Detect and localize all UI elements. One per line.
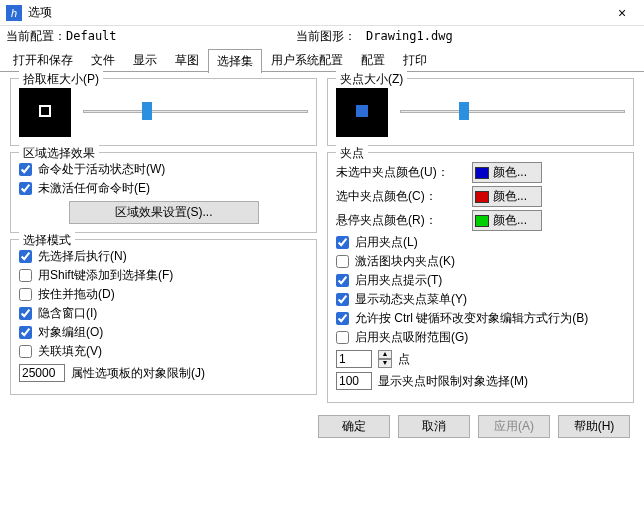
region-check-checkbox-1[interactable] xyxy=(19,182,32,195)
pickbox-preview xyxy=(19,85,71,137)
spin-down-icon[interactable]: ▼ xyxy=(378,359,392,368)
group-title: 夹点 xyxy=(336,145,368,162)
grip-check-label-2: 启用夹点提示(T) xyxy=(355,272,442,289)
region-settings-button[interactable]: 区域效果设置(S)... xyxy=(69,201,259,224)
grip-color-button-0[interactable]: 颜色... xyxy=(472,162,542,183)
group-title: 区域选择效果 xyxy=(19,145,99,162)
region-check-row-0[interactable]: 命令处于活动状态时(W) xyxy=(19,161,308,178)
grip-check-checkbox-0[interactable] xyxy=(336,236,349,249)
tab-4[interactable]: 选择集 xyxy=(208,49,262,73)
mode-check-label-4: 对象编组(O) xyxy=(38,324,103,341)
grip-size-slider[interactable] xyxy=(400,101,625,121)
pickbox-size-slider[interactable] xyxy=(83,101,308,121)
ok-button[interactable]: 确定 xyxy=(318,415,390,438)
grip-color-button-2[interactable]: 颜色... xyxy=(472,210,542,231)
group-grip-size: 夹点大小(Z) xyxy=(327,78,634,146)
mode-check-label-2: 按住并拖动(D) xyxy=(38,286,115,303)
mode-check-row-4[interactable]: 对象编组(O) xyxy=(19,324,308,341)
mode-check-row-5[interactable]: 关联填充(V) xyxy=(19,343,308,360)
cancel-button[interactable]: 取消 xyxy=(398,415,470,438)
grip-check-checkbox-2[interactable] xyxy=(336,274,349,287)
group-region-select: 区域选择效果 命令处于活动状态时(W)未激活任何命令时(E) 区域效果设置(S)… xyxy=(10,152,317,233)
dialog-footer: 确定 取消 应用(A) 帮助(H) xyxy=(0,407,644,448)
grip-point-label: 点 xyxy=(398,351,410,368)
mode-check-checkbox-3[interactable] xyxy=(19,307,32,320)
group-select-mode: 选择模式 先选择后执行(N)用Shift键添加到选择集(F)按住并拖动(D)隐含… xyxy=(10,239,317,395)
grip-check-checkbox-5[interactable] xyxy=(336,331,349,344)
object-limit-input[interactable] xyxy=(19,364,65,382)
grip-square-icon xyxy=(356,105,368,117)
grip-limit-label: 显示夹点时限制对象选择(M) xyxy=(378,373,528,390)
group-title: 拾取框大小(P) xyxy=(19,71,103,88)
window-title: 选项 xyxy=(28,4,52,21)
tab-0[interactable]: 打开和保存 xyxy=(4,48,82,72)
tab-7[interactable]: 打印 xyxy=(394,48,436,72)
mode-check-row-0[interactable]: 先选择后执行(N) xyxy=(19,248,308,265)
help-button[interactable]: 帮助(H) xyxy=(558,415,630,438)
current-config-label: 当前配置： xyxy=(6,28,66,45)
grip-check-checkbox-3[interactable] xyxy=(336,293,349,306)
grip-check-row-1[interactable]: 激活图块内夹点(K) xyxy=(336,253,625,270)
mode-check-checkbox-1[interactable] xyxy=(19,269,32,282)
color-button-text: 颜色... xyxy=(493,212,527,229)
pickbox-square-icon xyxy=(39,105,51,117)
mode-check-row-2[interactable]: 按住并拖动(D) xyxy=(19,286,308,303)
grip-point-input[interactable] xyxy=(336,350,372,368)
group-title: 夹点大小(Z) xyxy=(336,71,407,88)
color-swatch-icon xyxy=(475,167,489,179)
grip-check-label-3: 显示动态夹点菜单(Y) xyxy=(355,291,467,308)
grip-check-label-5: 启用夹点吸附范围(G) xyxy=(355,329,468,346)
grip-color-label-2: 悬停夹点颜色(R)： xyxy=(336,212,466,229)
group-title: 选择模式 xyxy=(19,232,75,249)
grip-check-label-0: 启用夹点(L) xyxy=(355,234,418,251)
grip-check-row-2[interactable]: 启用夹点提示(T) xyxy=(336,272,625,289)
mode-check-label-1: 用Shift键添加到选择集(F) xyxy=(38,267,173,284)
grip-check-checkbox-4[interactable] xyxy=(336,312,349,325)
group-pickbox-size: 拾取框大小(P) xyxy=(10,78,317,146)
color-swatch-icon xyxy=(475,191,489,203)
titlebar: h 选项 × xyxy=(0,0,644,26)
app-icon: h xyxy=(6,5,22,21)
apply-button[interactable]: 应用(A) xyxy=(478,415,550,438)
region-check-label-0: 命令处于活动状态时(W) xyxy=(38,161,165,178)
config-info-row: 当前配置： Default 当前图形： Drawing1.dwg xyxy=(0,26,644,46)
region-check-row-1[interactable]: 未激活任何命令时(E) xyxy=(19,180,308,197)
tab-2[interactable]: 显示 xyxy=(124,48,166,72)
tab-bar: 打开和保存文件显示草图选择集用户系统配置配置打印 xyxy=(0,48,644,72)
grip-check-label-4: 允许按 Ctrl 键循环改变对象编辑方式行为(B) xyxy=(355,310,588,327)
tab-3[interactable]: 草图 xyxy=(166,48,208,72)
mode-check-row-1[interactable]: 用Shift键添加到选择集(F) xyxy=(19,267,308,284)
tab-1[interactable]: 文件 xyxy=(82,48,124,72)
grip-check-label-1: 激活图块内夹点(K) xyxy=(355,253,455,270)
grip-check-row-0[interactable]: 启用夹点(L) xyxy=(336,234,625,251)
mode-check-checkbox-4[interactable] xyxy=(19,326,32,339)
grip-check-row-4[interactable]: 允许按 Ctrl 键循环改变对象编辑方式行为(B) xyxy=(336,310,625,327)
color-button-text: 颜色... xyxy=(493,188,527,205)
grip-check-checkbox-1[interactable] xyxy=(336,255,349,268)
region-check-checkbox-0[interactable] xyxy=(19,163,32,176)
mode-check-checkbox-5[interactable] xyxy=(19,345,32,358)
grip-color-row-1: 选中夹点颜色(C)：颜色... xyxy=(336,186,625,207)
close-button[interactable]: × xyxy=(602,1,642,25)
grip-check-row-5[interactable]: 启用夹点吸附范围(G) xyxy=(336,329,625,346)
grip-color-row-2: 悬停夹点颜色(R)：颜色... xyxy=(336,210,625,231)
current-config-value: Default xyxy=(66,29,296,43)
grip-color-row-0: 未选中夹点颜色(U)：颜色... xyxy=(336,162,625,183)
mode-check-checkbox-2[interactable] xyxy=(19,288,32,301)
current-drawing-label: 当前图形： xyxy=(296,28,366,45)
grip-preview xyxy=(336,85,388,137)
grip-color-label-1: 选中夹点颜色(C)： xyxy=(336,188,466,205)
mode-check-row-3[interactable]: 隐含窗口(I) xyxy=(19,305,308,322)
object-limit-label: 属性选项板的对象限制(J) xyxy=(71,365,205,382)
spin-up-icon[interactable]: ▲ xyxy=(378,350,392,359)
grip-check-row-3[interactable]: 显示动态夹点菜单(Y) xyxy=(336,291,625,308)
grip-limit-input[interactable] xyxy=(336,372,372,390)
mode-check-label-3: 隐含窗口(I) xyxy=(38,305,97,322)
grip-color-button-1[interactable]: 颜色... xyxy=(472,186,542,207)
tab-5[interactable]: 用户系统配置 xyxy=(262,48,352,72)
region-check-label-1: 未激活任何命令时(E) xyxy=(38,180,150,197)
mode-check-checkbox-0[interactable] xyxy=(19,250,32,263)
grip-point-spinner[interactable]: ▲ ▼ xyxy=(378,350,392,368)
grip-color-label-0: 未选中夹点颜色(U)： xyxy=(336,164,466,181)
tab-6[interactable]: 配置 xyxy=(352,48,394,72)
